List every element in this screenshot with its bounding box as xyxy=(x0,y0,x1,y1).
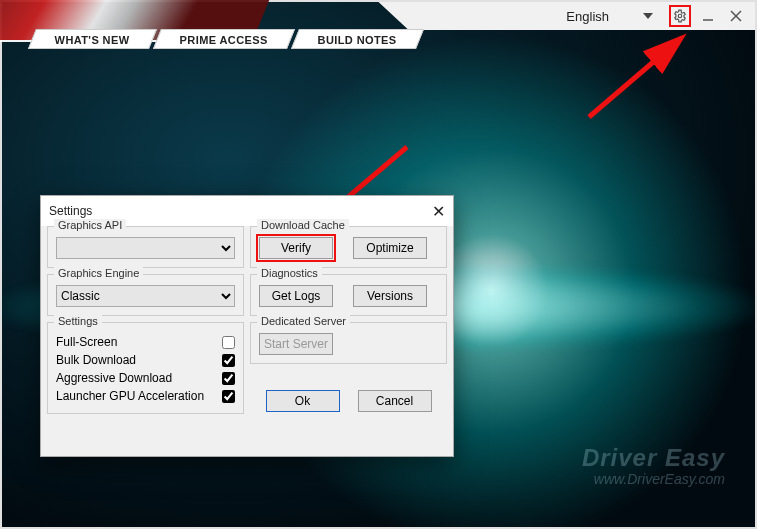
chevron-down-icon[interactable] xyxy=(643,13,653,19)
svg-point-0 xyxy=(678,14,682,18)
graphics-engine-select[interactable]: Classic xyxy=(56,285,235,307)
close-icon[interactable] xyxy=(725,5,747,27)
versions-button[interactable]: Versions xyxy=(353,285,427,307)
setting-full-screen[interactable]: Full-Screen xyxy=(56,333,235,351)
tab-build-notes[interactable]: BUILD NOTES xyxy=(291,29,424,49)
cancel-button[interactable]: Cancel xyxy=(358,390,432,412)
dialog-close-icon[interactable]: ✕ xyxy=(432,202,445,221)
group-settings: Settings Full-Screen Bulk Download Aggre… xyxy=(47,322,244,414)
tab-whats-new[interactable]: WHAT'S NEW xyxy=(28,29,157,49)
gear-icon[interactable] xyxy=(669,5,691,27)
group-dedicated-server: Dedicated Server Start Server xyxy=(250,322,447,364)
nav-tabs: WHAT'S NEW PRIME ACCESS BUILD NOTES xyxy=(32,29,420,49)
bulk-download-checkbox[interactable] xyxy=(222,354,235,367)
group-graphics-engine: Graphics Engine Classic xyxy=(47,274,244,316)
setting-launcher-gpu[interactable]: Launcher GPU Acceleration xyxy=(56,387,235,405)
minimize-icon[interactable] xyxy=(697,5,719,27)
ok-button[interactable]: Ok xyxy=(266,390,340,412)
start-server-button: Start Server xyxy=(259,333,333,355)
group-diagnostics: Diagnostics Get Logs Versions xyxy=(250,274,447,316)
setting-aggressive-download[interactable]: Aggressive Download xyxy=(56,369,235,387)
group-download-cache: Download Cache Verify Optimize xyxy=(250,226,447,268)
launcher-gpu-checkbox[interactable] xyxy=(222,390,235,403)
language-selector-label[interactable]: English xyxy=(558,9,637,24)
get-logs-button[interactable]: Get Logs xyxy=(259,285,333,307)
optimize-button[interactable]: Optimize xyxy=(353,237,427,259)
group-graphics-api: Graphics API xyxy=(47,226,244,268)
tab-prime-access[interactable]: PRIME ACCESS xyxy=(153,29,295,49)
setting-bulk-download[interactable]: Bulk Download xyxy=(56,351,235,369)
graphics-api-select[interactable] xyxy=(56,237,235,259)
dialog-actions: Ok Cancel xyxy=(250,382,447,414)
verify-button[interactable]: Verify xyxy=(259,237,333,259)
full-screen-checkbox[interactable] xyxy=(222,336,235,349)
dialog-title: Settings xyxy=(49,204,92,218)
aggressive-download-checkbox[interactable] xyxy=(222,372,235,385)
settings-dialog: Settings ✕ Graphics API Graphics Engine … xyxy=(40,195,454,457)
